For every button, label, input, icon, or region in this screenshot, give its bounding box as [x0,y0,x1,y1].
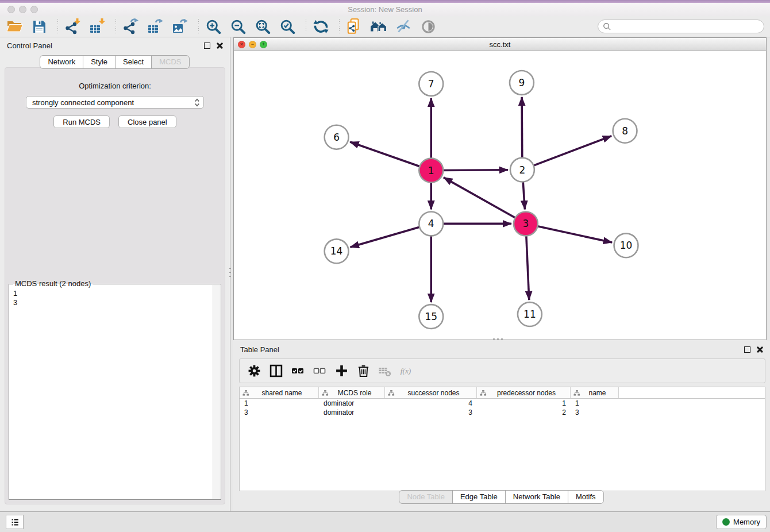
svg-text:10: 10 [620,240,633,251]
memory-button[interactable]: Memory [716,515,767,529]
select-all-icon[interactable] [291,364,305,378]
add-column-icon[interactable] [334,364,348,378]
column-header-predecessor-nodes[interactable]: predecessor nodes [477,387,571,398]
close-table-panel-icon[interactable] [757,346,763,353]
export-network-icon[interactable] [122,18,139,35]
home-icon[interactable] [370,18,387,35]
toolbar-separator [116,19,116,34]
graph-node-6[interactable]: 6 [325,125,349,149]
control-panel-title: Control Panel [7,41,52,50]
zoom-out-icon[interactable] [229,18,247,35]
toggle-panel-icon[interactable] [269,364,283,378]
table-cell[interactable]: dominator [319,399,385,408]
graph-node-14[interactable]: 14 [325,239,349,263]
tab-motifs[interactable]: Motifs [568,490,604,504]
edge-3-11[interactable] [526,232,529,300]
search-input[interactable] [614,22,764,31]
network-window-titlebar[interactable]: × − + scc.txt [234,38,766,51]
graph-node-2[interactable]: 2 [510,158,534,182]
zoom-selected-icon[interactable] [279,18,296,35]
deselect-all-icon[interactable] [313,364,326,378]
svg-text:9: 9 [519,77,525,88]
table-cell[interactable]: 3 [385,408,477,417]
table-cell[interactable]: 2 [477,408,571,417]
table-cell[interactable]: 3 [240,408,319,417]
tab-edge-table[interactable]: Edge Table [452,490,506,504]
mcds-result-text[interactable]: 13 [10,288,212,499]
column-header-name[interactable]: name [571,387,619,398]
network-graph[interactable]: 7968124314101511 [234,51,766,340]
network-canvas[interactable]: 7968124314101511 [234,51,766,340]
refresh-icon[interactable] [312,18,329,35]
function-builder-icon[interactable]: f(x) [400,364,414,378]
node-table[interactable]: shared nameMCDS rolesuccessor nodesprede… [239,387,765,491]
edge-1-2[interactable] [439,170,508,171]
column-header-MCDS-role[interactable]: MCDS role [319,387,385,398]
edge-3-10[interactable] [534,225,613,242]
table-cell[interactable]: 1 [571,399,619,408]
zoom-fit-icon[interactable] [254,18,271,35]
table-row[interactable]: 1dominator411 [240,399,765,408]
export-image-icon[interactable] [171,18,188,35]
table-cell[interactable]: 1 [240,399,319,408]
duplicate-network-icon[interactable] [345,18,363,35]
tab-network-table[interactable]: Network Table [505,490,568,504]
tab-style[interactable]: Style [83,55,116,69]
graph-node-10[interactable]: 10 [614,233,638,257]
result-line: 3 [13,298,209,307]
table-panel: Table Panel f(x) shared nameMCDS r [233,341,770,511]
graph-node-9[interactable]: 9 [510,71,534,95]
canvas-splitter-handle[interactable] [492,337,505,341]
edge-1-6[interactable] [350,142,424,168]
import-table-icon[interactable] [88,18,106,35]
graph-node-4[interactable]: 4 [419,211,443,236]
graph-node-11[interactable]: 11 [518,302,542,326]
table-cell[interactable]: 4 [385,399,477,408]
export-table-icon[interactable] [147,18,164,35]
zoom-in-icon[interactable] [205,18,222,35]
show-eye-icon[interactable] [419,18,437,35]
edge-2-8[interactable] [530,136,611,167]
column-header-successor-nodes[interactable]: successor nodes [385,387,477,398]
table-row[interactable]: 3dominator323 [240,408,765,417]
toolbar-separator [57,19,58,34]
settings-icon[interactable] [247,364,261,378]
delete-column-icon[interactable] [356,364,370,378]
tab-node-table[interactable]: Node Table [399,490,453,504]
graph-node-8[interactable]: 8 [613,119,637,143]
result-scrollbar[interactable] [213,285,220,499]
table-cell[interactable]: 1 [477,399,571,408]
run-mcds-button[interactable]: Run MCDS [53,115,110,128]
tab-mcds[interactable]: MCDS [151,55,189,69]
edge-4-14[interactable] [351,226,424,247]
node-table-body: 1dominator4113dominator323 [240,399,765,417]
hide-annotations-icon[interactable] [395,18,412,35]
close-panel-button[interactable]: Close panel [118,115,176,128]
graph-node-1[interactable]: 1 [419,159,443,183]
table-cell[interactable]: dominator [319,408,385,417]
criterion-select[interactable]: strongly connected component [26,96,204,109]
memory-status-icon [722,518,730,526]
float-panel-icon[interactable] [204,43,210,49]
edge-2-9[interactable] [522,97,522,162]
node-table-header: shared nameMCDS rolesuccessor nodesprede… [240,387,765,399]
window-title: Session: New Session [0,5,770,14]
save-session-icon[interactable] [30,18,48,35]
select-stepper-icon [194,98,200,107]
import-network-icon[interactable] [64,18,81,35]
delete-table-icon[interactable] [378,364,392,378]
search-icon [603,22,611,31]
tab-select[interactable]: Select [115,55,152,69]
panel-splitter-handle[interactable] [228,265,232,278]
tab-network[interactable]: Network [40,55,83,69]
graph-node-7[interactable]: 7 [419,72,443,96]
column-header-shared-name[interactable]: shared name [240,387,319,398]
table-cell[interactable]: 3 [571,408,619,417]
open-session-icon[interactable] [6,18,23,35]
graph-node-15[interactable]: 15 [419,304,443,329]
edge-3-1[interactable] [444,178,519,220]
graph-node-3[interactable]: 3 [514,211,538,236]
float-table-panel-icon[interactable] [744,346,750,353]
task-history-button[interactable] [6,515,24,529]
close-panel-icon[interactable] [217,43,223,49]
